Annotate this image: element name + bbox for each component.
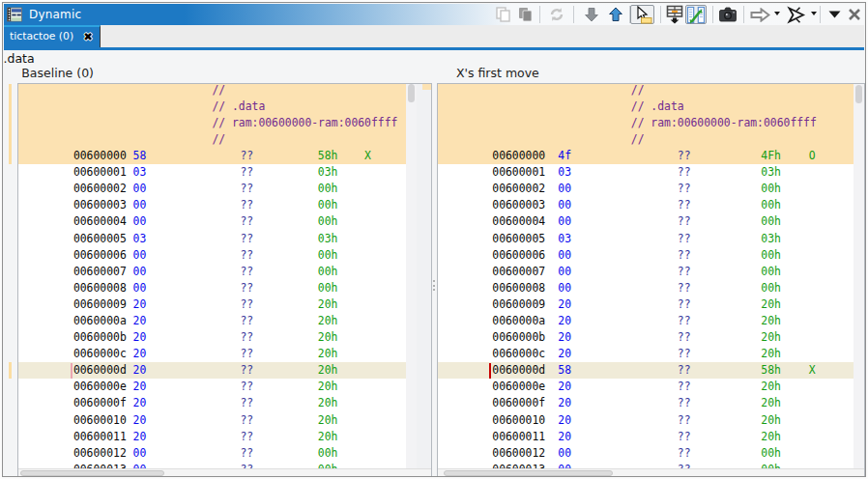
listing-row[interactable]: 0060000800??00h (18, 280, 406, 296)
field-unk: ?? (678, 197, 691, 214)
listing-row[interactable]: 0060001120??20h (438, 429, 854, 445)
listing-row[interactable]: 0060000b20??20h (438, 329, 854, 346)
right-horizontal-scrollbar[interactable] (438, 468, 864, 476)
listing-row[interactable]: 006000004f??4FhO (438, 148, 854, 164)
listing-row[interactable]: 0060000503??03h (18, 231, 406, 247)
local-menu-button[interactable] (824, 5, 845, 24)
left-vertical-scrollbar[interactable] (406, 84, 417, 468)
listing-row[interactable]: 0060000600??00h (18, 247, 406, 264)
listing-row[interactable]: 0060001200??00h (438, 445, 854, 462)
listing-row[interactable]: 0060000200??00h (18, 181, 406, 197)
field-addr: 00600005 (492, 231, 545, 248)
title-bar[interactable]: Dynamic (4, 4, 864, 25)
listing-row[interactable]: 0060000920??20h (438, 296, 854, 313)
left-vscroll-thumb[interactable] (408, 84, 416, 102)
listing-row[interactable]: 0060000700??00h (18, 264, 406, 280)
field-val: 00h (318, 197, 338, 214)
field-addr: 00600002 (492, 181, 545, 198)
field-val: 00h (318, 462, 338, 468)
left-listing-viewport[interactable]: //// .data// ram:00600000-ram:0060ffff//… (18, 84, 406, 468)
field-unk: ?? (240, 313, 253, 330)
listing-row[interactable]: 0060000300??00h (18, 197, 406, 213)
listing-row[interactable]: 0060000e20??20h (438, 379, 854, 395)
listing-row[interactable]: 0060000d20??20h (18, 362, 406, 379)
field-val: 00h (761, 280, 781, 297)
field-addr: 0060000e (492, 379, 545, 396)
listing-row[interactable]: 0060001300??00h (18, 462, 406, 468)
listing-row[interactable]: 0060001020??20h (18, 412, 406, 429)
section-label: .data (4, 51, 35, 66)
copy-button[interactable] (493, 5, 514, 24)
go-down-button[interactable] (581, 5, 602, 24)
track-location-button[interactable] (786, 5, 807, 24)
listing-comment-row[interactable]: // ram:00600000-ram:0060ffff (438, 115, 854, 131)
left-horizontal-scrollbar[interactable] (18, 468, 431, 476)
listing-row[interactable]: 0060000103??03h (18, 164, 406, 181)
tab-tictactoe[interactable]: tictactoe (0) ✖ (4, 25, 101, 47)
right-listing-viewport[interactable]: //// .data// ram:00600000-ram:0060ffff//… (438, 84, 854, 468)
field-addr: 00600004 (492, 213, 545, 231)
cursor-caret-active (489, 363, 491, 380)
capture-snapshot-button[interactable] (717, 5, 738, 24)
listing-row[interactable]: 0060000058??58hX (18, 148, 406, 164)
goto-dropdown-caret[interactable] (774, 12, 780, 15)
listing-comment-row[interactable]: // .data (18, 99, 406, 115)
tab-close-icon[interactable]: ✖ (82, 31, 94, 42)
field-comment: // (212, 131, 225, 149)
listing-row[interactable]: 0060000700??00h (438, 264, 854, 280)
listing-row[interactable]: 0060000400??00h (18, 213, 406, 230)
next-difference-button[interactable] (664, 5, 685, 24)
goto-button[interactable] (749, 5, 770, 24)
listing-row[interactable]: 0060000c20??20h (438, 346, 854, 362)
listing-row[interactable]: 0060000a20??20h (438, 313, 854, 329)
listing-row[interactable]: 0060001300??00h (438, 462, 854, 468)
field-comment: // (212, 84, 225, 99)
listing-row[interactable]: 0060000a20??20h (18, 313, 406, 329)
listing-row[interactable]: 0060000f20??20h (438, 395, 854, 411)
refresh-button[interactable] (546, 5, 567, 24)
select-tool-button[interactable] (630, 5, 654, 24)
field-byte: 00 (558, 264, 571, 281)
listing-row[interactable]: 0060000300??00h (438, 197, 854, 213)
field-unk: ?? (240, 379, 253, 396)
listing-comment-row[interactable]: // (438, 84, 854, 99)
paste-button[interactable] (515, 5, 536, 24)
listing-row[interactable]: 0060001200??00h (18, 445, 406, 462)
compare-button[interactable] (685, 5, 707, 24)
listing-comment-row[interactable]: // (18, 84, 406, 99)
field-val: 20h (761, 313, 781, 330)
splitter-grip[interactable] (433, 278, 435, 294)
listing-row[interactable]: 0060000103??03h (438, 164, 854, 181)
listing-comment-row[interactable]: // .data (438, 99, 854, 115)
listing-comment-row[interactable]: // (18, 131, 406, 148)
listing-row[interactable]: 0060000f20??20h (18, 395, 406, 411)
listing-row[interactable]: 0060000503??03h (438, 231, 854, 247)
right-vscroll-thumb[interactable] (855, 85, 863, 103)
field-val: 20h (318, 313, 338, 330)
left-overview-margin[interactable] (417, 84, 431, 468)
listing-row[interactable]: 0060000c20??20h (18, 346, 406, 362)
listing-row[interactable]: 0060000200??00h (438, 181, 854, 197)
right-vertical-scrollbar[interactable] (854, 84, 864, 468)
listing-row[interactable]: 0060000800??00h (438, 280, 854, 296)
listing-row[interactable]: 0060000920??20h (18, 296, 406, 313)
field-addr: 00600010 (492, 412, 545, 430)
track-dropdown-caret[interactable] (811, 12, 817, 15)
close-window-button[interactable] (844, 5, 865, 24)
go-up-button[interactable] (605, 5, 626, 24)
listing-row[interactable]: 0060000400??00h (438, 213, 854, 230)
listing-row[interactable]: 0060000b20??20h (18, 329, 406, 346)
listing-row[interactable]: 0060000600??00h (438, 247, 854, 264)
field-byte: 00 (558, 197, 571, 214)
listing-comment-row[interactable]: // (438, 131, 854, 148)
right-hscroll-thumb[interactable] (444, 470, 613, 476)
left-hscroll-thumb[interactable] (20, 470, 165, 476)
field-byte: 20 (133, 296, 147, 314)
listing-row[interactable]: 0060000d58??58hX (438, 362, 854, 379)
listing-comment-row[interactable]: // ram:00600000-ram:0060ffff (18, 115, 406, 131)
field-addr: 0060000d (73, 362, 127, 380)
listing-row[interactable]: 0060001120??20h (18, 429, 406, 445)
listing-row[interactable]: 0060001020??20h (438, 412, 854, 429)
listing-row[interactable]: 0060000e20??20h (18, 379, 406, 395)
field-comment: // ram:00600000-ram:0060ffff (212, 115, 397, 132)
